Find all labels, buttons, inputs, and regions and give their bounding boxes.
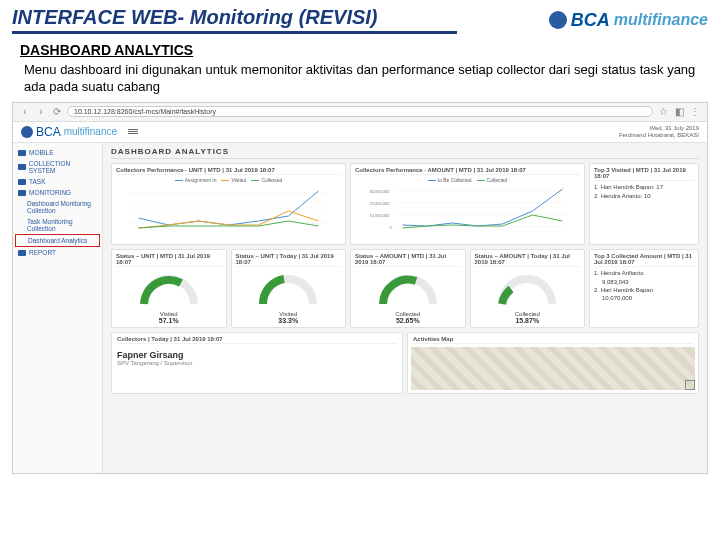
reload-button[interactable]: ⟳ xyxy=(51,106,63,118)
card-status-amount-mtd: Status – AMOUNT | MTD | 31 Jul 2019 18:0… xyxy=(350,249,466,328)
expand-icon[interactable] xyxy=(685,380,695,390)
rank-item: 1. Hari Hendrik Bapan: 17 xyxy=(594,183,694,191)
sidebar: MOBILE COLLECTION SYSTEM TASK MONITORING… xyxy=(13,143,103,473)
collector-role: SPV Tangerang / Supervisor xyxy=(117,360,397,366)
gauge-value: 57.1% xyxy=(159,317,179,324)
map-canvas[interactable] xyxy=(411,347,695,390)
rank-item: 2. Hari Hendrik Bapan xyxy=(594,286,653,294)
header-date: Wed, 31 July 2019 xyxy=(619,125,699,132)
url-bar[interactable]: 10.10.12.128:8260/csf-mcs/Main#/taskHist… xyxy=(67,106,653,117)
slide-title: INTERFACE WEB- Monitoring (REVISI) xyxy=(12,6,457,34)
svg-text:20,000,000: 20,000,000 xyxy=(370,201,391,206)
back-button[interactable]: ‹ xyxy=(19,106,31,118)
sidebar-item-task[interactable]: TASK xyxy=(15,176,100,187)
sidebar-label: MOBILE xyxy=(29,149,54,156)
rank-list: 1. Hendra Arifianto 9,083,043 2. Hari He… xyxy=(594,269,653,303)
card-top-visited: Top 3 Visited | MTD | 31 Jul 2019 18:07 … xyxy=(589,163,699,245)
card-collectors: Collectors | Today | 31 Jul 2019 18:07 F… xyxy=(111,332,403,394)
brand-logo: BCAmultifinance xyxy=(549,10,708,31)
line-chart xyxy=(116,183,341,233)
sidebar-item-report[interactable]: REPORT xyxy=(15,247,100,258)
app-logo-bca: BCA xyxy=(36,125,61,139)
hamburger-icon[interactable] xyxy=(128,129,138,134)
card-title: Status – UNIT | MTD | 31 Jul 2019 18:07 xyxy=(116,253,222,267)
card-status-amount-today: Status – AMOUNT | Today | 31 Jul 2019 18… xyxy=(470,249,586,328)
sidebar-label: REPORT xyxy=(29,249,56,256)
card-top-collected: Top 3 Collected Amount | MTD | 31 Jul 20… xyxy=(589,249,699,328)
sidebar-item-collection[interactable]: COLLECTION SYSTEM xyxy=(15,158,100,176)
card-title: Collectors | Today | 31 Jul 2019 18:07 xyxy=(117,336,397,344)
svg-text:0: 0 xyxy=(390,225,393,230)
gauge-value: 52.65% xyxy=(396,317,420,324)
gauge-chart xyxy=(139,269,199,309)
card-status-unit-mtd: Status – UNIT | MTD | 31 Jul 2019 18:07 … xyxy=(111,249,227,328)
rank-value: 10,070,000 xyxy=(594,294,653,302)
app-logo: BCAmultifinance xyxy=(21,125,138,139)
card-title: Status – UNIT | Today | 31 Jul 2019 18:0… xyxy=(236,253,342,267)
app-logo-mf: multifinance xyxy=(64,126,117,137)
sidebar-item-mobile[interactable]: MOBILE xyxy=(15,147,100,158)
section-title: DASHBOARD ANALYTICS xyxy=(0,38,720,60)
svg-text:10,000,000: 10,000,000 xyxy=(370,213,391,218)
bookmark-icon[interactable]: ☆ xyxy=(657,106,669,118)
rank-item: 2. Hendra Arianto: 10 xyxy=(594,192,694,200)
rank-value: 9,083,043 xyxy=(594,278,653,286)
folder-icon xyxy=(18,150,26,156)
brand-badge-icon xyxy=(549,11,567,29)
card-title: Top 3 Collected Amount | MTD | 31 Jul 20… xyxy=(594,253,694,267)
gauge-chart xyxy=(378,269,438,309)
card-status-unit-today: Status – UNIT | Today | 31 Jul 2019 18:0… xyxy=(231,249,347,328)
card-title: Collectors Performance · AMOUNT | MTD | … xyxy=(355,167,580,175)
sidebar-label: TASK xyxy=(29,178,46,185)
slide-description: Menu dashboard ini digunakan untuk memon… xyxy=(0,60,720,102)
gauge-chart xyxy=(258,269,318,309)
card-perf-unit: Collectors Performance · UNIT | MTD | 31… xyxy=(111,163,346,245)
header-user: Ferdinand Hutabarat, BEKASI xyxy=(619,132,699,139)
sidebar-sub-task-monitoring[interactable]: Task Monitoring Collection xyxy=(15,216,100,234)
rank-list: 1. Hari Hendrik Bapan: 17 2. Hendra Aria… xyxy=(594,183,694,200)
sidebar-item-monitoring[interactable]: MONITORING xyxy=(15,187,100,198)
card-title: Activities Map xyxy=(413,336,693,344)
page-title: DASHBOARD ANALYTICS xyxy=(111,147,699,159)
gauge-value: 15.87% xyxy=(515,317,539,324)
sidebar-label: MONITORING xyxy=(29,189,71,196)
folder-icon xyxy=(18,190,26,196)
menu-icon[interactable]: ⋮ xyxy=(689,106,701,118)
sidebar-sub-dashboard-analytics[interactable]: Dashboard Analytics xyxy=(15,234,100,247)
card-activities-map: Activities Map xyxy=(407,332,699,394)
card-title: Status – AMOUNT | MTD | 31 Jul 2019 18:0… xyxy=(355,253,461,267)
forward-button[interactable]: › xyxy=(35,106,47,118)
gauge-chart xyxy=(497,269,557,309)
browser-frame: ‹ › ⟳ 10.10.12.128:8260/csf-mcs/Main#/ta… xyxy=(12,102,708,474)
folder-icon xyxy=(18,164,26,170)
card-perf-amount: Collectors Performance · AMOUNT | MTD | … xyxy=(350,163,585,245)
sidebar-label: COLLECTION SYSTEM xyxy=(29,160,97,174)
folder-icon xyxy=(18,250,26,256)
extension-icon[interactable]: ◧ xyxy=(673,106,685,118)
sidebar-sub-dashboard-monitoring[interactable]: Dashboard Monitoring Collection xyxy=(15,198,100,216)
card-title: Status – AMOUNT | Today | 31 Jul 2019 18… xyxy=(475,253,581,267)
svg-text:30,000,000: 30,000,000 xyxy=(370,189,391,194)
user-area: Wed, 31 July 2019 Ferdinand Hutabarat, B… xyxy=(619,125,699,139)
card-title: Top 3 Visited | MTD | 31 Jul 2019 18:07 xyxy=(594,167,694,181)
collector-name: Fapner Girsang xyxy=(117,350,397,360)
card-title: Collectors Performance · UNIT | MTD | 31… xyxy=(116,167,341,175)
main-content: DASHBOARD ANALYTICS Collectors Performan… xyxy=(103,143,707,473)
app-header: BCAmultifinance Wed, 31 July 2019 Ferdin… xyxy=(13,122,707,143)
line-chart: 30,000,000 20,000,000 10,000,000 0 xyxy=(355,183,580,233)
brand-mf: multifinance xyxy=(614,11,708,29)
brand-bca: BCA xyxy=(571,10,610,31)
browser-toolbar: ‹ › ⟳ 10.10.12.128:8260/csf-mcs/Main#/ta… xyxy=(13,103,707,122)
gauge-value: 33.3% xyxy=(278,317,298,324)
app-logo-icon xyxy=(21,126,33,138)
folder-icon xyxy=(18,179,26,185)
rank-item: 1. Hendra Arifianto xyxy=(594,269,653,277)
